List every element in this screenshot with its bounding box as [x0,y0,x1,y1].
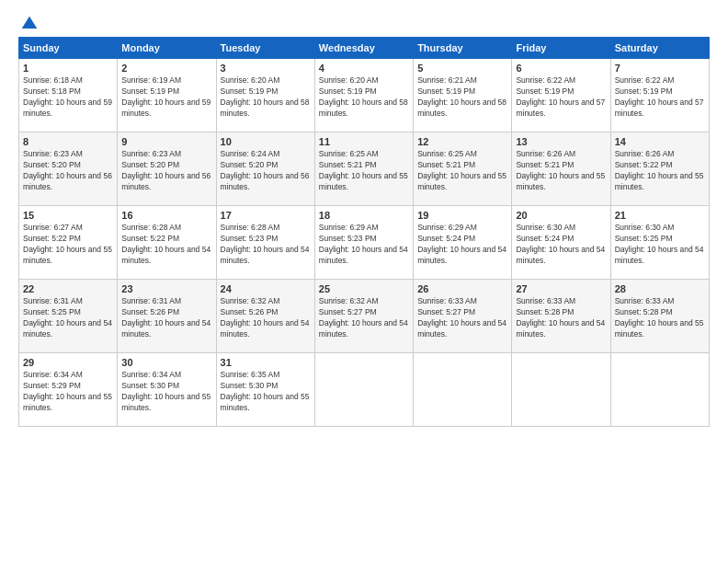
day-info: Sunrise: 6:30 AM Sunset: 5:25 PM Dayligh… [615,223,705,267]
day-info: Sunrise: 6:25 AM Sunset: 5:21 PM Dayligh… [319,149,409,193]
day-info: Sunrise: 6:33 AM Sunset: 5:27 PM Dayligh… [417,296,507,340]
calendar-cell: 4 Sunrise: 6:20 AM Sunset: 5:19 PM Dayli… [314,59,413,132]
day-info: Sunrise: 6:20 AM Sunset: 5:19 PM Dayligh… [221,75,311,120]
calendar-cell: 8 Sunrise: 6:23 AM Sunset: 5:20 PM Dayli… [19,132,118,206]
calendar-cell: 17 Sunrise: 6:28 AM Sunset: 5:23 PM Dayl… [216,206,314,280]
calendar-cell: 28 Sunrise: 6:33 AM Sunset: 5:28 PM Dayl… [610,280,709,353]
day-info: Sunrise: 6:22 AM Sunset: 5:19 PM Dayligh… [516,75,606,120]
calendar-cell: 26 Sunrise: 6:33 AM Sunset: 5:27 PM Dayl… [414,280,512,353]
day-number: 31 [221,357,311,368]
day-info: Sunrise: 6:29 AM Sunset: 5:24 PM Dayligh… [417,223,507,267]
day-info: Sunrise: 6:25 AM Sunset: 5:21 PM Dayligh… [417,149,507,193]
calendar-cell: 16 Sunrise: 6:28 AM Sunset: 5:22 PM Dayl… [118,206,216,280]
day-info: Sunrise: 6:26 AM Sunset: 5:21 PM Dayligh… [516,149,606,193]
day-info: Sunrise: 6:28 AM Sunset: 5:23 PM Dayligh… [221,223,311,267]
calendar-cell: 5 Sunrise: 6:21 AM Sunset: 5:19 PM Dayli… [414,59,512,132]
day-number: 15 [23,210,113,221]
calendar-cell: 29 Sunrise: 6:34 AM Sunset: 5:29 PM Dayl… [19,353,118,427]
calendar-cell: 24 Sunrise: 6:32 AM Sunset: 5:26 PM Dayl… [216,280,314,353]
calendar-cell: 13 Sunrise: 6:26 AM Sunset: 5:21 PM Dayl… [512,132,610,206]
day-info: Sunrise: 6:31 AM Sunset: 5:26 PM Dayligh… [121,296,211,340]
calendar-cell: 6 Sunrise: 6:22 AM Sunset: 5:19 PM Dayli… [512,59,610,132]
day-info: Sunrise: 6:34 AM Sunset: 5:29 PM Dayligh… [23,370,113,414]
day-number: 22 [23,283,113,294]
day-number: 11 [319,136,409,147]
calendar-cell: 14 Sunrise: 6:26 AM Sunset: 5:22 PM Dayl… [610,132,709,206]
calendar-cell: 2 Sunrise: 6:19 AM Sunset: 5:19 PM Dayli… [118,59,216,132]
day-number: 9 [121,136,211,147]
day-number: 8 [23,136,113,147]
day-info: Sunrise: 6:32 AM Sunset: 5:27 PM Dayligh… [319,296,409,340]
day-number: 23 [121,283,211,294]
day-info: Sunrise: 6:23 AM Sunset: 5:20 PM Dayligh… [23,149,113,193]
header [18,15,710,29]
calendar-cell: 9 Sunrise: 6:23 AM Sunset: 5:20 PM Dayli… [118,132,216,206]
weekday-header: Monday [118,38,216,59]
calendar-cell: 3 Sunrise: 6:20 AM Sunset: 5:19 PM Dayli… [216,59,314,132]
calendar-cell: 18 Sunrise: 6:29 AM Sunset: 5:23 PM Dayl… [314,206,413,280]
svg-marker-0 [22,17,38,29]
day-info: Sunrise: 6:24 AM Sunset: 5:20 PM Dayligh… [221,149,311,193]
calendar: SundayMondayTuesdayWednesdayThursdayFrid… [18,37,710,427]
page: SundayMondayTuesdayWednesdayThursdayFrid… [0,0,728,563]
calendar-cell: 31 Sunrise: 6:35 AM Sunset: 5:30 PM Dayl… [216,353,314,427]
calendar-cell [610,353,709,427]
day-info: Sunrise: 6:26 AM Sunset: 5:22 PM Dayligh… [615,149,705,193]
day-number: 24 [221,283,311,294]
calendar-cell [314,353,413,427]
day-number: 20 [516,210,606,221]
day-info: Sunrise: 6:32 AM Sunset: 5:26 PM Dayligh… [221,296,311,340]
calendar-week: 29 Sunrise: 6:34 AM Sunset: 5:29 PM Dayl… [19,353,710,427]
day-info: Sunrise: 6:21 AM Sunset: 5:19 PM Dayligh… [417,75,507,120]
day-number: 13 [516,136,606,147]
day-info: Sunrise: 6:20 AM Sunset: 5:19 PM Dayligh… [319,75,409,120]
calendar-cell: 23 Sunrise: 6:31 AM Sunset: 5:26 PM Dayl… [118,280,216,353]
calendar-cell: 11 Sunrise: 6:25 AM Sunset: 5:21 PM Dayl… [314,132,413,206]
calendar-cell: 19 Sunrise: 6:29 AM Sunset: 5:24 PM Dayl… [414,206,512,280]
weekday-header: Saturday [610,38,709,59]
day-info: Sunrise: 6:33 AM Sunset: 5:28 PM Dayligh… [516,296,606,340]
day-info: Sunrise: 6:31 AM Sunset: 5:25 PM Dayligh… [23,296,113,340]
calendar-cell: 30 Sunrise: 6:34 AM Sunset: 5:30 PM Dayl… [118,353,216,427]
calendar-cell: 12 Sunrise: 6:25 AM Sunset: 5:21 PM Dayl… [414,132,512,206]
day-number: 18 [319,210,409,221]
day-number: 16 [121,210,211,221]
logo [18,15,39,29]
calendar-cell: 27 Sunrise: 6:33 AM Sunset: 5:28 PM Dayl… [512,280,610,353]
calendar-cell: 7 Sunrise: 6:22 AM Sunset: 5:19 PM Dayli… [610,59,709,132]
calendar-cell: 22 Sunrise: 6:31 AM Sunset: 5:25 PM Dayl… [19,280,118,353]
calendar-cell [414,353,512,427]
calendar-week: 8 Sunrise: 6:23 AM Sunset: 5:20 PM Dayli… [19,132,710,206]
day-number: 5 [417,63,507,74]
day-number: 4 [319,63,409,74]
calendar-cell: 21 Sunrise: 6:30 AM Sunset: 5:25 PM Dayl… [610,206,709,280]
calendar-cell: 10 Sunrise: 6:24 AM Sunset: 5:20 PM Dayl… [216,132,314,206]
day-info: Sunrise: 6:18 AM Sunset: 5:18 PM Dayligh… [23,75,113,120]
calendar-cell: 15 Sunrise: 6:27 AM Sunset: 5:22 PM Dayl… [19,206,118,280]
day-number: 10 [221,136,311,147]
day-info: Sunrise: 6:22 AM Sunset: 5:19 PM Dayligh… [615,75,705,120]
day-info: Sunrise: 6:27 AM Sunset: 5:22 PM Dayligh… [23,223,113,267]
calendar-body: 1 Sunrise: 6:18 AM Sunset: 5:18 PM Dayli… [19,59,710,427]
day-info: Sunrise: 6:19 AM Sunset: 5:19 PM Dayligh… [121,75,211,120]
logo-icon [20,15,39,33]
calendar-week: 22 Sunrise: 6:31 AM Sunset: 5:25 PM Dayl… [19,280,710,353]
weekday-header: Tuesday [216,38,314,59]
day-number: 2 [121,63,211,74]
day-number: 6 [516,63,606,74]
day-number: 12 [417,136,507,147]
weekday-header: Friday [512,38,610,59]
day-number: 21 [615,210,705,221]
day-number: 26 [417,283,507,294]
calendar-cell: 25 Sunrise: 6:32 AM Sunset: 5:27 PM Dayl… [314,280,413,353]
day-number: 30 [121,357,211,368]
day-info: Sunrise: 6:33 AM Sunset: 5:28 PM Dayligh… [615,296,705,340]
calendar-cell: 1 Sunrise: 6:18 AM Sunset: 5:18 PM Dayli… [19,59,118,132]
day-info: Sunrise: 6:29 AM Sunset: 5:23 PM Dayligh… [319,223,409,267]
weekday-row: SundayMondayTuesdayWednesdayThursdayFrid… [19,38,710,59]
calendar-header: SundayMondayTuesdayWednesdayThursdayFrid… [19,38,710,59]
weekday-header: Wednesday [314,38,413,59]
day-number: 27 [516,283,606,294]
day-number: 17 [221,210,311,221]
day-info: Sunrise: 6:23 AM Sunset: 5:20 PM Dayligh… [121,149,211,193]
